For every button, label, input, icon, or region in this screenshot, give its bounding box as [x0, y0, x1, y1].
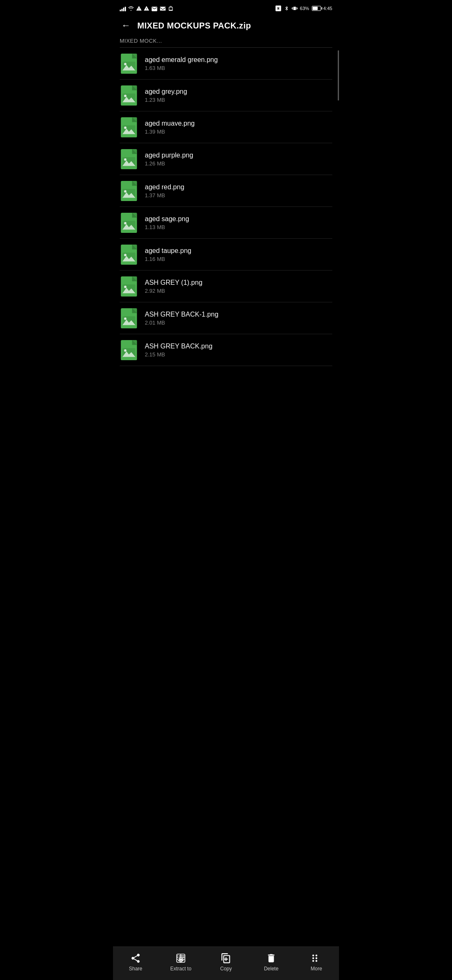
svg-point-55	[316, 957, 317, 959]
list-item[interactable]: ASH GREY (1).png2.92 MB	[113, 271, 339, 302]
file-name: ASH GREY (1).png	[145, 279, 332, 286]
signal-icon	[120, 5, 126, 11]
extract-to-icon	[175, 953, 186, 964]
file-icon	[120, 116, 138, 138]
file-icon	[120, 148, 138, 170]
file-name: ASH GREY BACK-1.png	[145, 311, 332, 318]
svg-rect-46	[132, 340, 137, 345]
file-size: 1.16 MB	[145, 256, 332, 262]
svg-rect-1	[132, 54, 137, 59]
file-size: 1.26 MB	[145, 160, 332, 167]
svg-point-52	[312, 954, 314, 956]
file-info: ASH GREY (1).png2.92 MB	[145, 279, 332, 294]
file-size: 2.92 MB	[145, 288, 332, 294]
svg-point-33	[124, 254, 126, 256]
mail-icon	[159, 5, 166, 11]
wifi-icon	[128, 5, 134, 11]
alert-icon-2	[144, 5, 149, 11]
file-name: aged taupe.png	[145, 247, 332, 255]
svg-point-18	[124, 158, 126, 161]
list-item[interactable]: aged emerald green.png1.63 MB	[113, 48, 339, 80]
battery-percentage: 63%	[300, 6, 309, 11]
scroll-indicator	[338, 50, 339, 101]
file-size: 1.23 MB	[145, 97, 332, 103]
file-name: aged purple.png	[145, 152, 332, 159]
list-item[interactable]: ASH GREY BACK.png2.15 MB	[113, 334, 339, 366]
more-icon	[311, 953, 322, 964]
list-item[interactable]: aged grey.png1.23 MB	[113, 80, 339, 111]
file-size: 2.15 MB	[145, 351, 332, 358]
back-button[interactable]: ←	[120, 18, 132, 33]
svg-rect-21	[132, 181, 137, 186]
nfc-icon	[275, 5, 282, 12]
battery-icon	[312, 6, 321, 11]
file-name: aged emerald green.png	[145, 56, 332, 64]
file-info: aged taupe.png1.16 MB	[145, 247, 332, 262]
list-item[interactable]: aged red.png1.37 MB	[113, 175, 339, 207]
svg-rect-6	[132, 85, 137, 90]
file-icon	[120, 180, 138, 202]
copy-label: Copy	[220, 966, 232, 972]
file-info: ASH GREY BACK-1.png2.01 MB	[145, 311, 332, 326]
svg-point-38	[124, 286, 126, 288]
file-icon	[120, 85, 138, 106]
svg-point-3	[124, 63, 126, 65]
delete-label: Delete	[264, 966, 279, 972]
file-size: 2.01 MB	[145, 320, 332, 326]
svg-rect-31	[132, 245, 137, 250]
svg-point-56	[312, 960, 314, 962]
file-size: 1.39 MB	[145, 129, 332, 135]
share-button[interactable]: Share	[113, 951, 158, 973]
extract-to-label: Extract to	[170, 966, 192, 972]
svg-rect-36	[132, 276, 137, 281]
share-icon	[130, 953, 141, 964]
svg-point-8	[124, 95, 126, 97]
svg-rect-41	[132, 308, 137, 313]
file-name: aged muave.png	[145, 120, 332, 127]
share-label: Share	[129, 966, 142, 972]
file-icon	[120, 339, 138, 361]
more-label: More	[311, 966, 322, 972]
extract-to-button[interactable]: Extract to	[158, 951, 203, 973]
file-info: aged emerald green.png1.63 MB	[145, 56, 332, 71]
svg-point-43	[124, 317, 126, 320]
file-name: aged red.png	[145, 183, 332, 191]
copy-button[interactable]: Copy	[203, 951, 249, 973]
file-name: aged sage.png	[145, 215, 332, 223]
svg-point-57	[316, 960, 317, 962]
file-size: 1.63 MB	[145, 65, 332, 71]
svg-point-23	[124, 190, 126, 193]
file-icon	[120, 53, 138, 75]
file-size: 1.37 MB	[145, 192, 332, 199]
file-icon	[120, 244, 138, 266]
file-icon	[120, 307, 138, 329]
vibrate-icon	[292, 5, 298, 12]
svg-point-54	[312, 957, 314, 959]
svg-point-48	[124, 349, 126, 352]
svg-rect-26	[132, 213, 137, 218]
svg-point-53	[316, 954, 317, 956]
breadcrumb: MIXED MOCK...	[113, 38, 339, 47]
svg-point-28	[124, 222, 126, 224]
file-list: aged emerald green.png1.63 MB aged grey.…	[113, 48, 339, 366]
file-name: aged grey.png	[145, 88, 332, 95]
gmail-icon	[151, 5, 158, 11]
file-icon	[120, 276, 138, 297]
content-wrapper: aged emerald green.png1.63 MB aged grey.…	[113, 48, 339, 400]
clock: 4:45	[324, 6, 332, 11]
list-item[interactable]: aged taupe.png1.16 MB	[113, 239, 339, 271]
header: ← MIXED MOCKUPS PACK.zip	[113, 15, 339, 38]
list-item[interactable]: ASH GREY BACK-1.png2.01 MB	[113, 302, 339, 334]
list-item[interactable]: aged muave.png1.39 MB	[113, 111, 339, 143]
file-info: aged grey.png1.23 MB	[145, 88, 332, 103]
file-size: 1.13 MB	[145, 224, 332, 230]
list-item[interactable]: aged purple.png1.26 MB	[113, 143, 339, 175]
more-button[interactable]: More	[294, 951, 339, 973]
list-item[interactable]: aged sage.png1.13 MB	[113, 207, 339, 239]
delete-button[interactable]: Delete	[249, 951, 294, 973]
page-title: MIXED MOCKUPS PACK.zip	[137, 21, 251, 31]
file-info: aged sage.png1.13 MB	[145, 215, 332, 230]
status-bar: 63% 4:45	[113, 0, 339, 15]
copy-icon	[221, 953, 231, 964]
svg-rect-16	[132, 149, 137, 154]
